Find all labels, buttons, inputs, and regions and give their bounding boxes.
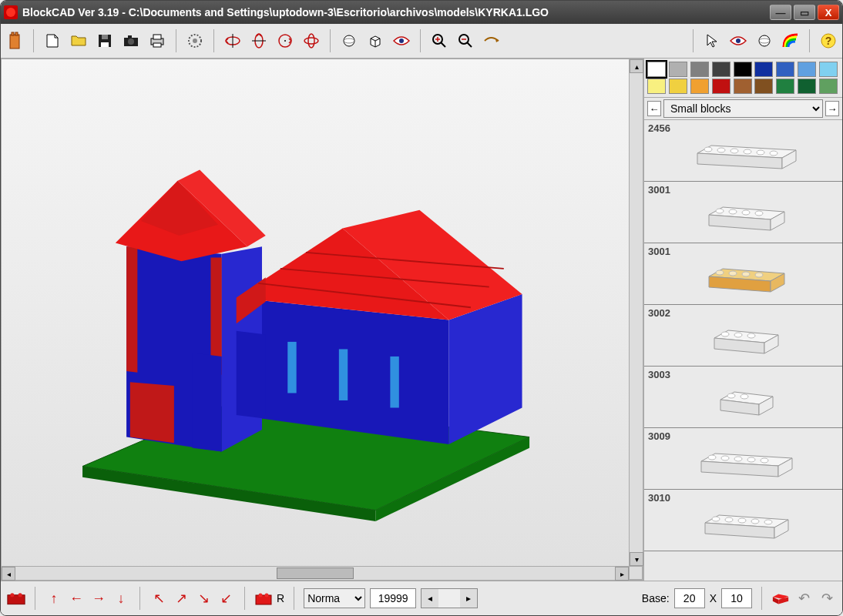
- main-toolbar: ?: [1, 24, 842, 59]
- app-icon: [4, 5, 18, 19]
- arrow-upright-icon[interactable]: ↗: [172, 589, 190, 608]
- arrow-down-icon[interactable]: ↓: [112, 589, 130, 608]
- color-swatch[interactable]: [669, 79, 687, 94]
- block-item[interactable]: 3009: [644, 428, 842, 490]
- canvas[interactable]: [2, 59, 643, 580]
- block-list[interactable]: 2456 3001 3001 3002 3003 3009 3010: [644, 120, 842, 581]
- save-file-icon[interactable]: [94, 30, 116, 52]
- category-select[interactable]: Small blocks: [663, 99, 823, 118]
- svg-point-82: [741, 394, 748, 399]
- svg-point-21: [304, 38, 318, 44]
- open-file-icon[interactable]: [68, 30, 89, 52]
- camera-icon[interactable]: [120, 30, 142, 52]
- help-icon[interactable]: ?: [818, 30, 839, 52]
- color-swatch[interactable]: [734, 79, 752, 94]
- minimize-button[interactable]: —: [770, 5, 791, 20]
- app-window: BlockCAD Ver 3.19 - C:\Documents and Set…: [0, 0, 843, 616]
- eye-mode-icon[interactable]: [727, 30, 749, 52]
- layer-select[interactable]: Norma: [304, 588, 365, 608]
- scroll-thumb[interactable]: [277, 567, 354, 579]
- svg-rect-45: [390, 357, 398, 408]
- color-swatch[interactable]: [819, 79, 838, 94]
- block-item[interactable]: 3002: [644, 305, 842, 367]
- color-swatch[interactable]: [819, 62, 838, 77]
- scroll-left-button[interactable]: ◂: [2, 567, 15, 581]
- scroll-right-button[interactable]: ▸: [615, 567, 629, 581]
- sphere-mode-icon[interactable]: [754, 30, 775, 52]
- color-swatch[interactable]: [734, 62, 752, 77]
- svg-point-8: [128, 38, 134, 45]
- color-swatch[interactable]: [754, 62, 773, 77]
- block-item[interactable]: 3001: [644, 243, 842, 305]
- current-brick-icon[interactable]: [254, 589, 273, 608]
- rainbow-icon[interactable]: [780, 30, 801, 52]
- color-swatch[interactable]: [647, 79, 666, 94]
- svg-rect-1: [10, 35, 19, 49]
- svg-rect-9: [128, 35, 132, 38]
- place-brick-icon[interactable]: [7, 589, 25, 608]
- color-swatch[interactable]: [647, 62, 666, 77]
- count-field[interactable]: [370, 588, 416, 608]
- svg-line-27: [441, 42, 445, 47]
- color-swatch[interactable]: [754, 79, 773, 94]
- new-file-icon[interactable]: [42, 30, 63, 52]
- base-y-field[interactable]: [721, 588, 752, 608]
- scroll-down-button[interactable]: ▾: [630, 552, 643, 566]
- rotate-y-icon[interactable]: [248, 30, 270, 52]
- eye-icon[interactable]: [391, 30, 412, 52]
- vertical-scrollbar[interactable]: ▴ ▾: [629, 59, 643, 566]
- spin-left-button[interactable]: ◂: [422, 589, 438, 608]
- arrow-downright-icon[interactable]: ↘: [194, 589, 213, 608]
- block-preview: [648, 380, 838, 425]
- sphere-icon[interactable]: [338, 30, 360, 52]
- brick-icon[interactable]: [4, 30, 25, 52]
- block-item[interactable]: 3001: [644, 182, 842, 243]
- spin-thumb[interactable]: [438, 589, 460, 608]
- zoom-out-icon[interactable]: [455, 30, 476, 52]
- svg-point-79: [734, 333, 742, 337]
- block-item[interactable]: 3003: [644, 367, 842, 428]
- color-swatch[interactable]: [776, 62, 794, 77]
- svg-rect-11: [153, 35, 161, 39]
- rotate-free-icon[interactable]: [301, 30, 322, 52]
- color-swatch[interactable]: [690, 79, 709, 94]
- cube-icon[interactable]: [364, 30, 386, 52]
- redo-icon[interactable]: ↷: [818, 589, 836, 608]
- spinner[interactable]: ◂ ▸: [421, 588, 478, 608]
- zoom-in-icon[interactable]: [428, 30, 450, 52]
- arrow-downleft-icon[interactable]: ↙: [217, 589, 235, 608]
- color-swatch[interactable]: [776, 79, 794, 94]
- svg-point-90: [738, 518, 746, 523]
- scroll-up-button[interactable]: ▴: [630, 59, 643, 73]
- arrow-left-icon[interactable]: ←: [67, 589, 86, 608]
- print-icon[interactable]: [146, 30, 168, 52]
- cursor-icon[interactable]: [701, 30, 723, 52]
- block-item[interactable]: 3010: [644, 490, 842, 551]
- color-swatch[interactable]: [669, 62, 687, 77]
- rotate-x-icon[interactable]: [222, 30, 243, 52]
- arrow-upleft-icon[interactable]: ↖: [149, 589, 168, 608]
- block-id-label: 3010: [648, 492, 838, 504]
- spin-right-button[interactable]: ▸: [460, 589, 477, 608]
- gear-icon[interactable]: [184, 30, 206, 52]
- red-brick-icon[interactable]: [771, 589, 790, 608]
- block-item[interactable]: 2456: [644, 120, 842, 182]
- next-category-button[interactable]: →: [825, 101, 839, 116]
- color-swatch[interactable]: [712, 79, 730, 94]
- color-swatch[interactable]: [798, 79, 816, 94]
- base-x-field[interactable]: [674, 588, 705, 608]
- undo-icon[interactable]: ↶: [794, 589, 813, 608]
- times-label: X: [710, 592, 717, 604]
- horizontal-scrollbar[interactable]: ◂ ▸: [2, 566, 629, 580]
- rotate-z-icon[interactable]: [274, 30, 296, 52]
- color-swatch[interactable]: [712, 62, 730, 77]
- arrow-up-icon[interactable]: ↑: [45, 589, 63, 608]
- arrow-right-icon[interactable]: →: [89, 589, 108, 608]
- prev-category-button[interactable]: ←: [647, 101, 661, 116]
- close-button[interactable]: X: [818, 5, 839, 20]
- color-swatch[interactable]: [798, 62, 816, 77]
- color-swatch[interactable]: [690, 62, 709, 77]
- pan-icon[interactable]: [481, 30, 502, 52]
- maximize-button[interactable]: ▭: [794, 5, 815, 20]
- svg-point-69: [770, 151, 778, 156]
